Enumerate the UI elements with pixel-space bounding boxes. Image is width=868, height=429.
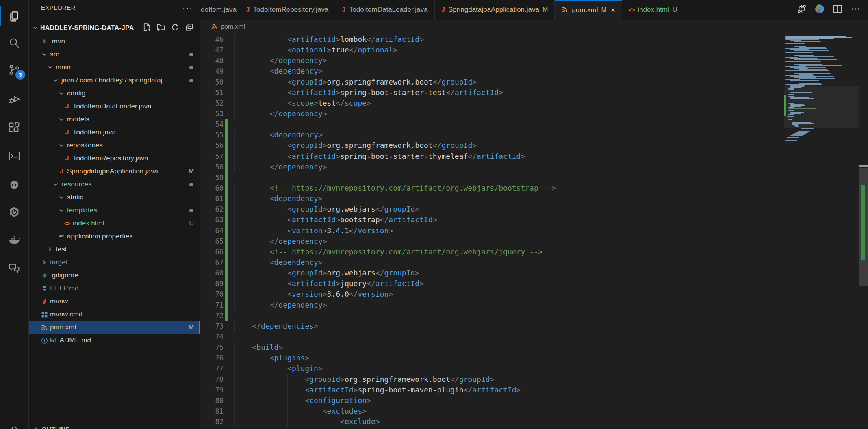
- indent-guide: [234, 278, 235, 289]
- minimap-line: [785, 57, 798, 58]
- tree-item-todoitem.java[interactable]: JTodoItem.java: [29, 126, 200, 139]
- line-number: 62: [200, 204, 224, 214]
- tree-item-test[interactable]: test: [29, 243, 200, 256]
- close-icon[interactable]: ×: [611, 6, 615, 15]
- breadcrumb[interactable]: pom.xml: [200, 20, 868, 34]
- tree-item-static[interactable]: static: [29, 191, 200, 204]
- code-line-50: 50 <groupId>org.springframework.boot</gr…: [200, 77, 784, 87]
- new-folder-icon[interactable]: [156, 23, 165, 33]
- minimap-line: [785, 79, 800, 80]
- code-text: <build>: [234, 342, 784, 353]
- docker-icon[interactable]: [0, 227, 28, 253]
- explorer-icon[interactable]: [0, 3, 28, 29]
- tree-item-index.html[interactable]: <>index.htmlU: [29, 217, 200, 230]
- tree-item-pom.xml[interactable]: pom.xmlM: [29, 321, 200, 334]
- terminal-icon[interactable]: [0, 143, 28, 169]
- outline-section[interactable]: OUTLINE: [29, 423, 200, 429]
- minimap-line: [799, 52, 811, 52]
- explorer-more-actions-icon[interactable]: ···: [182, 6, 193, 10]
- code-text: </dependencies>: [234, 321, 784, 332]
- code-line-64: 64 <version>3.4.1</version>: [200, 225, 784, 236]
- minimap-line: [785, 37, 852, 38]
- tree-item-help.md[interactable]: HELP.md: [29, 282, 200, 295]
- tree-item-config[interactable]: config: [29, 87, 200, 100]
- breadcrumb-file[interactable]: pom.xml: [221, 23, 245, 30]
- indent-guide: [234, 183, 235, 193]
- tab-todoitemrepository.java[interactable]: JTodoItemRepository.java: [239, 0, 335, 20]
- tree-item-models[interactable]: models: [29, 113, 200, 126]
- tree-item-resources[interactable]: resources: [29, 178, 200, 191]
- indent-guide: [270, 151, 270, 162]
- git-status-badge: M: [189, 324, 194, 331]
- tree-item-springdatajpaapplication.java[interactable]: JSpringdatajpaApplication.javaM: [29, 165, 200, 178]
- tab-index.html[interactable]: <>index.htmlU: [622, 0, 684, 20]
- tree-item-templates[interactable]: templates: [29, 204, 200, 217]
- tree-item-mvnw.cmd[interactable]: mvnw.cmd: [29, 308, 200, 321]
- tree-item-target[interactable]: target: [29, 256, 200, 269]
- indent-guide: [252, 257, 252, 268]
- chevron-down-icon: [56, 206, 66, 215]
- tree-item-readme.md[interactable]: README.md: [29, 334, 200, 347]
- indent-guide: [234, 321, 235, 332]
- tree-item-.gitignore[interactable]: .gitignore: [29, 269, 200, 282]
- tab-doitem.java[interactable]: doItem.java: [200, 0, 239, 20]
- minimap-line: [801, 128, 814, 129]
- refresh-explorer-icon[interactable]: [171, 23, 180, 33]
- minimap-line: [799, 74, 813, 75]
- tab-label: index.html: [638, 6, 669, 14]
- line-number: 55: [200, 130, 224, 140]
- chevron-down-icon: [56, 141, 66, 150]
- tab-pom.xml[interactable]: pom.xmlM×: [555, 0, 622, 20]
- line-number: 50: [200, 77, 224, 87]
- tree-item-label: repositories: [67, 141, 103, 150]
- tree-item-repositories[interactable]: repositories: [29, 139, 200, 152]
- indent-guide: [234, 374, 235, 385]
- tree-item-.mvn[interactable]: .mvn: [29, 35, 200, 48]
- indent-guide: [270, 416, 270, 427]
- pie-extension-icon[interactable]: [814, 4, 825, 16]
- tree-item-mvnw[interactable]: mvnw: [29, 295, 200, 308]
- project-root-row[interactable]: HADDLEY-SPRING-DATA-JPA: [29, 21, 200, 35]
- tree-item-src[interactable]: src: [29, 48, 200, 61]
- minimap-line: [785, 43, 805, 44]
- indent-guide: [252, 247, 252, 257]
- tree-item-main[interactable]: main: [29, 61, 200, 74]
- indent-guide: [234, 130, 235, 140]
- indent-guide: [234, 406, 235, 416]
- code-line-59: 59: [200, 172, 784, 183]
- open-changes-icon[interactable]: [796, 4, 807, 16]
- tree-item-label: .gitignore: [50, 271, 78, 280]
- run-and-debug-icon[interactable]: [0, 86, 28, 112]
- split-editor-icon[interactable]: [832, 4, 843, 16]
- minimap-slider[interactable]: [784, 86, 859, 128]
- tree-item-todoitemdataloader.java[interactable]: JTodoItemDataLoader.java: [29, 100, 200, 113]
- minimap-line: [803, 128, 815, 128]
- windows-icon: [39, 310, 49, 319]
- overview-diff-added-marker: [861, 185, 865, 260]
- line-number: 67: [200, 257, 224, 268]
- tree-item-java-com-haddley-springdataj...[interactable]: java / com / haddley / springdataj...: [29, 74, 200, 87]
- diff-added-gutter-bar: [225, 151, 228, 162]
- tree-item-label: main: [56, 63, 71, 72]
- tree-item-application.properties[interactable]: application.properties: [29, 230, 200, 243]
- tab-todoitemdataloader.java[interactable]: JTodoItemDataLoader.java: [335, 0, 434, 20]
- code-editor[interactable]: 46 <artifactId>lombok</artifactId>47 <op…: [200, 34, 784, 429]
- extensions-icon[interactable]: [0, 115, 28, 141]
- collapse-folders-icon[interactable]: [185, 23, 194, 33]
- code-text: <dependency>: [234, 257, 784, 268]
- account-icon[interactable]: [0, 418, 28, 429]
- tree-item-todoitemrepository.java[interactable]: JTodoItemRepository.java: [29, 152, 200, 165]
- minimap-line: [790, 54, 832, 54]
- search-icon[interactable]: [0, 30, 28, 56]
- more-actions-icon[interactable]: [850, 4, 861, 16]
- diff-added-gutter-bar: [225, 204, 228, 214]
- minimap[interactable]: [784, 34, 859, 429]
- ai-assistant-icon[interactable]: [0, 171, 28, 197]
- diff-added-gutter-bar: [225, 257, 228, 268]
- new-file-icon[interactable]: [142, 23, 151, 33]
- comments-icon[interactable]: [0, 255, 28, 281]
- indent-guide: [252, 353, 252, 363]
- tab-springdatajpaapplication.java[interactable]: JSpringdatajpaApplication.javaM: [435, 0, 555, 20]
- source-control-icon[interactable]: 3: [0, 57, 28, 83]
- spring-boot-icon[interactable]: [0, 199, 28, 225]
